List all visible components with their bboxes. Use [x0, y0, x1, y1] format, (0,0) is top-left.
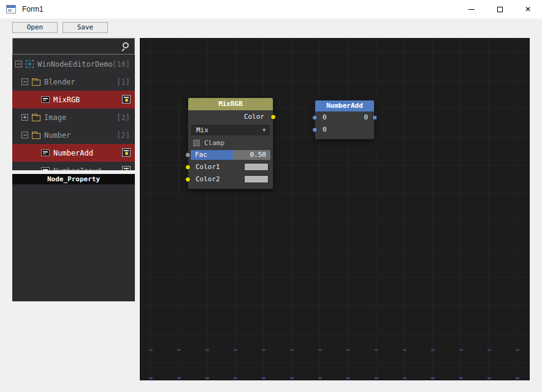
folder-icon	[32, 115, 40, 121]
color2-swatch[interactable]	[244, 175, 269, 183]
grid-accent-ticks	[140, 377, 529, 379]
collapse-icon[interactable]: −	[21, 132, 28, 138]
tree-item-count: [10]	[112, 60, 130, 69]
clamp-checkbox[interactable]	[193, 140, 200, 146]
window-title: Form1	[22, 5, 44, 13]
node-tree: − WinNodeEditorDemo [10] − Blender [1] M…	[12, 55, 135, 170]
titlebar[interactable]: Form1 ✕	[0, 0, 542, 18]
input-row-color2: Color2	[188, 173, 273, 186]
input-socket-color2[interactable]	[185, 177, 191, 183]
input-socket-value2[interactable]	[312, 127, 318, 133]
tree-item-label: MixRGB	[53, 96, 80, 104]
output-socket-result[interactable]	[372, 115, 377, 120]
minimize-icon	[468, 9, 475, 10]
folder-icon	[32, 133, 40, 139]
search-icon	[123, 42, 129, 48]
fac-slider[interactable]: Fac 0.50	[191, 150, 270, 160]
tree-item-image[interactable]: + Image [2]	[12, 108, 135, 126]
node-property-header: Node_Property	[12, 174, 135, 184]
input1-value: 0	[323, 113, 327, 121]
tree-item-label: NumberAdd	[53, 149, 93, 157]
tree-item-label: Blender	[44, 78, 75, 86]
collapse-icon[interactable]: −	[15, 61, 22, 67]
tree-item-label: Number	[44, 131, 71, 140]
tree-item-count: [2]	[116, 113, 130, 122]
node-icon	[41, 167, 50, 170]
node-mixrgb-body: Color Mix ▼ Clamp Fac 0.50	[188, 110, 273, 189]
search-input[interactable]	[16, 40, 118, 52]
tree-item-mixrgb[interactable]: MixRGB	[12, 91, 135, 108]
node-numberadd[interactable]: NumberAdd 0 0 0	[315, 100, 375, 140]
numberadd-row-1: 0 0	[315, 111, 374, 124]
tree-item-number[interactable]: − Number [2]	[12, 126, 135, 144]
tree-item-winnodeeditordemo[interactable]: − WinNodeEditorDemo [10]	[12, 55, 135, 73]
output-socket-color[interactable]	[270, 115, 276, 120]
folder-icon	[32, 80, 40, 86]
fac-value: 0.50	[250, 150, 267, 160]
input-row-color1: Color1	[188, 161, 273, 173]
tree-item-label: NumberInput	[53, 167, 102, 171]
blend-mode-select[interactable]: Mix ▼	[191, 125, 270, 135]
input-socket-value1[interactable]	[312, 115, 318, 121]
node-preview-icon	[122, 148, 131, 157]
color1-swatch[interactable]	[244, 163, 269, 171]
save-button[interactable]: Save	[63, 22, 108, 33]
output-label: Color	[244, 113, 264, 121]
node-numberadd-body: 0 0 0	[315, 111, 374, 139]
tree-item-numberadd[interactable]: NumberAdd	[12, 144, 135, 162]
window-controls: ✕	[457, 0, 542, 18]
tree-item-blender[interactable]: − Blender [1]	[12, 73, 135, 91]
collapse-icon[interactable]: −	[21, 78, 28, 85]
fac-label: Fac	[195, 150, 207, 160]
node-editor-icon	[26, 60, 34, 68]
open-button[interactable]: Open	[12, 22, 58, 33]
blend-mode-value: Mix	[196, 126, 208, 134]
tree-item-count: [2]	[116, 131, 130, 140]
input-socket-fac[interactable]	[185, 153, 191, 158]
search-box	[12, 38, 135, 55]
grid-accent-ticks	[140, 349, 529, 351]
tree-item-count: [1]	[116, 78, 130, 86]
node-icon	[41, 96, 50, 103]
node-mixrgb-header[interactable]: MixRGB	[188, 98, 273, 110]
node-icon	[41, 149, 50, 156]
fac-row: Fac 0.50	[188, 149, 273, 161]
chevron-down-icon: ▼	[262, 127, 265, 134]
close-icon: ✕	[525, 6, 531, 13]
output-row-color: Color	[188, 110, 273, 124]
output-value: 0	[364, 111, 368, 124]
node-numberadd-header[interactable]: NumberAdd	[315, 100, 374, 111]
maximize-button[interactable]	[486, 0, 514, 18]
color1-label: Color1	[196, 163, 220, 171]
color2-label: Color2	[196, 175, 220, 183]
node-editor-canvas[interactable]: MixRGB Color Mix ▼ Clamp Fac	[140, 38, 530, 380]
node-preview-icon	[122, 166, 131, 170]
app-icon	[6, 5, 16, 13]
node-mixrgb[interactable]: MixRGB Color Mix ▼ Clamp Fac	[188, 97, 273, 189]
input-socket-color1[interactable]	[185, 165, 191, 170]
input2-value: 0	[323, 126, 327, 134]
clamp-label: Clamp	[204, 139, 224, 147]
minimize-button[interactable]	[457, 0, 486, 18]
node-preview-icon	[122, 95, 131, 104]
tree-item-label: WinNodeEditorDemo	[37, 60, 113, 69]
maximize-icon	[497, 7, 503, 12]
tree-item-numberinput[interactable]: NumberInput	[12, 162, 135, 170]
node-property-panel: Node_Property	[12, 174, 135, 301]
tree-item-label: Image	[44, 113, 66, 122]
node-tree-panel: − WinNodeEditorDemo [10] − Blender [1] M…	[12, 38, 135, 170]
blend-mode-row: Mix ▼	[188, 124, 273, 137]
expand-icon[interactable]: +	[21, 114, 28, 121]
clamp-row: Clamp	[188, 137, 273, 149]
close-button[interactable]: ✕	[514, 0, 542, 18]
numberadd-row-2: 0	[315, 124, 374, 136]
